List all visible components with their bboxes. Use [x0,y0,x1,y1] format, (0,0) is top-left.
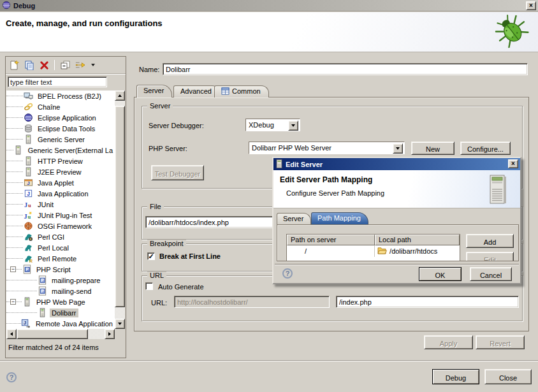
toolbar-separator [54,60,55,70]
tree-item-label: Remote Java Application [34,319,115,328]
php-server-value: Dolibarr PHP Web Server [249,142,404,154]
tree-item[interactable]: Perl CGI [6,231,115,242]
scroll-left-button[interactable] [6,329,17,339]
dialog-separator [275,264,519,265]
tree-item-label: PHP Web Page [34,298,87,307]
name-input[interactable] [163,63,528,75]
revert-button[interactable]: Revert [476,335,525,349]
scrollbar-corner [115,329,125,339]
tree-item[interactable]: BPEL Process (B2J) [6,91,115,101]
cancel-button[interactable]: Cancel [470,267,512,281]
tab-common[interactable]: Common [214,85,269,98]
tree-item[interactable]: OSGi Framework [6,221,115,231]
php-script-icon: P [22,265,32,275]
breakpoint-group-title: Breakpoint [147,240,186,247]
scroll-up-button[interactable] [115,91,125,101]
url-path-input[interactable] [336,296,519,308]
tree-item-label: mailing-send [50,287,93,296]
dialog-tab-path-mapping[interactable]: Path Mapping [311,212,368,224]
combo-dropdown-icon[interactable] [393,143,403,154]
filter-input[interactable] [8,76,107,87]
eclipse-logo-icon [2,1,11,11]
new-server-button[interactable]: New [411,142,454,155]
perl-cgi-icon [23,232,33,242]
tree-item[interactable]: −PHP Web Page [6,296,115,307]
tree-horizontal-scrollbar[interactable] [6,329,115,339]
tab-server[interactable]: Server [136,85,172,98]
tree-item[interactable]: HTTP Preview [6,156,115,166]
tree-item[interactable]: Chaîne [6,101,115,112]
sidebar-toolbar [6,57,126,74]
tree-item[interactable]: Pmailing-send [6,286,115,296]
apply-button[interactable]: Apply [424,335,473,349]
svg-text:P: P [25,267,29,272]
php-webpage-icon [37,308,47,318]
server-debugger-label: Server Debugger: [149,122,204,129]
tree-item[interactable]: Eclipse Data Tools [6,123,115,134]
tree-item[interactable]: Dolibarr [6,307,115,318]
scroll-down-button[interactable] [115,319,125,329]
dialog-banner: Create, manage, and run configurations [0,12,538,52]
dialog-close-button[interactable]: × [508,159,518,168]
close-window-button[interactable]: × [526,1,536,10]
tree-item-label: Eclipse Application [36,113,98,122]
tree-item[interactable]: Generic Server(External La [6,145,115,156]
window-title: Debug [13,2,35,10]
tree-item-label: Java Application [36,189,91,198]
php-server-select[interactable]: Dolibarr PHP Web Server [249,142,405,154]
horizontal-scroll-thumb[interactable] [17,329,88,339]
tree-item[interactable]: RPerl Remote [6,253,115,264]
delete-config-icon[interactable] [39,60,50,71]
configure-server-button[interactable]: Configure... [460,142,511,155]
collapse-all-icon[interactable] [59,60,70,71]
path-mapping-table: Path on server Local path / /dolibarr/ht… [286,234,460,261]
tree-item-label: OSGi Framework [36,222,94,231]
test-debugger-button[interactable]: Test Debugger [151,165,204,180]
break-first-line-checkbox[interactable]: ✓ [147,252,155,260]
help-icon[interactable]: ? [6,372,17,382]
tree-item[interactable]: JJava Applet [6,177,115,188]
vertical-scroll-thumb[interactable] [115,106,125,307]
tab-advanced[interactable]: Advanced [173,85,220,98]
close-button[interactable]: Close [484,369,532,384]
debug-button[interactable]: Debug [432,369,479,384]
tree-vertical-scrollbar[interactable] [115,91,125,329]
tree-item[interactable]: JJava Application [6,188,115,199]
perl-icon [23,243,33,253]
server-icon [13,145,24,156]
auto-generate-checkbox[interactable] [145,282,153,290]
name-label: Name: [139,66,159,73]
menu-dropdown-icon[interactable] [90,60,96,71]
column-header-path-on-server[interactable]: Path on server [287,235,375,245]
collapse-toggle-icon[interactable]: − [10,299,16,305]
bpel-process-icon [23,91,33,101]
combo-dropdown-icon[interactable] [288,120,298,131]
tree-item[interactable]: J2EE Preview [6,166,115,177]
tree-item[interactable]: JuJUnit Plug-in Test [6,210,115,221]
dialog-subheading: Configure Server Path Mapping [286,189,384,197]
ok-button[interactable]: OK [419,267,462,281]
tree-item[interactable]: Pmailing-prepare [6,275,115,286]
column-header-local-path[interactable]: Local path [375,235,460,245]
dialog-help-icon[interactable]: ? [282,268,293,279]
dialog-tab-server[interactable]: Server [277,213,311,224]
tree-item[interactable]: Perl Local [6,242,115,253]
scroll-right-button[interactable] [105,329,115,339]
url-group-title: URL [147,272,166,279]
collapse-toggle-icon[interactable]: − [10,266,16,272]
edit-mapping-button[interactable]: Edit [466,252,514,261]
tree-item[interactable]: Generic Server [6,134,115,145]
server-debugger-select[interactable]: XDebug [245,119,300,131]
new-config-icon[interactable] [8,60,19,71]
config-tree: BPEL Process (B2J)ChaîneEclipse Applicat… [6,91,115,329]
tree-item[interactable]: Eclipse Application [6,112,115,123]
banner-heading: Create, manage, and run configurations [6,18,163,28]
duplicate-config-icon[interactable] [24,60,34,71]
tree-item[interactable]: −PPHP Script [6,264,115,275]
table-row[interactable]: / /dolibarr/htdocs [287,245,460,257]
tree-item[interactable]: JuJUnit [6,199,115,210]
filter-configs-icon[interactable] [75,60,85,71]
tree-item[interactable]: JRemote Java Application [6,318,115,329]
tree-item-label: Dolibarr [50,309,78,317]
add-mapping-button[interactable]: Add [466,234,514,248]
